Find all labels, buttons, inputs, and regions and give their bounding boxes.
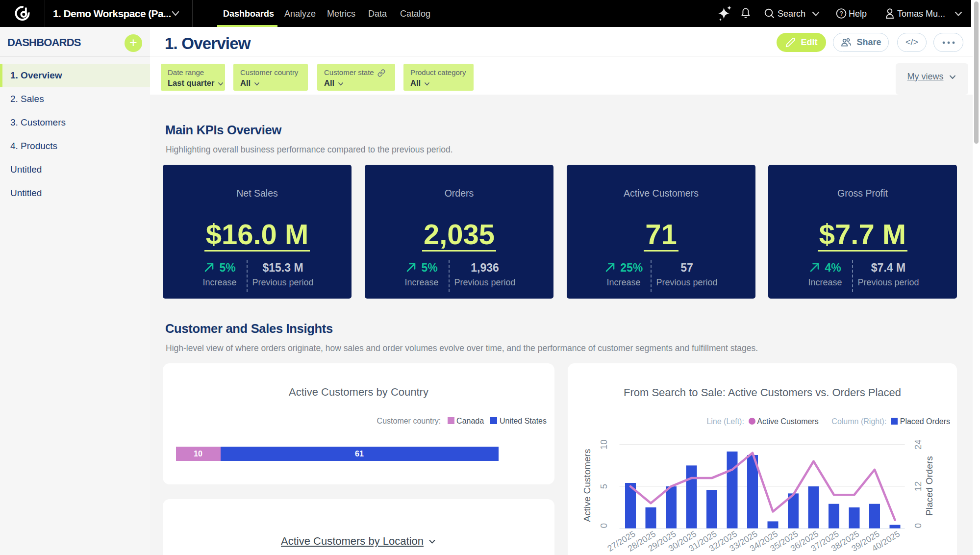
svg-text:5: 5 — [599, 484, 609, 489]
svg-text:10: 10 — [599, 439, 609, 450]
svg-text:?: ? — [839, 10, 843, 17]
svg-text:24: 24 — [913, 439, 923, 450]
svg-text:Placed Orders: Placed Orders — [924, 456, 934, 515]
svg-text:Active Customers: Active Customers — [582, 449, 592, 522]
svg-text:0: 0 — [599, 523, 609, 528]
svg-text:0: 0 — [913, 523, 923, 528]
svg-text:12: 12 — [913, 481, 923, 492]
